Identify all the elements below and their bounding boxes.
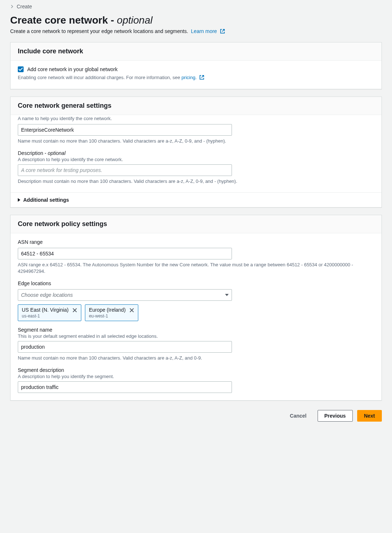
- footer-actions: Cancel Previous Next: [10, 410, 382, 422]
- description-label: Description - optional: [18, 150, 374, 156]
- segment-name-constraint: Name must contain no more than 100 chara…: [18, 355, 374, 361]
- edge-location-tokens: US East (N. Virginia) us-east-1 Europe (…: [18, 304, 374, 321]
- description-help: A description to help you identify the c…: [18, 157, 374, 162]
- page-title-main: Create core network -: [10, 15, 117, 26]
- page-title: Create core network - optional: [10, 15, 382, 26]
- external-link-icon: [199, 75, 204, 82]
- next-button[interactable]: Next: [357, 410, 382, 422]
- include-core-network-panel: Include core network Add core network in…: [10, 42, 382, 89]
- asn-range-input[interactable]: [18, 248, 232, 259]
- caret-down-icon: [225, 294, 229, 296]
- segment-name-label: Segment name: [18, 327, 374, 333]
- edge-locations-placeholder: Choose edge locations: [21, 292, 73, 298]
- segment-name-help: This is your default segment enabled in …: [18, 333, 374, 339]
- page-subtitle: Create a core network to represent your …: [10, 28, 382, 35]
- description-input[interactable]: [18, 164, 232, 176]
- add-core-network-label: Add core network in your global network: [27, 66, 118, 72]
- edge-token-sub: eu-west-1: [89, 313, 126, 319]
- add-core-network-checkbox[interactable]: Add core network in your global network: [18, 66, 374, 72]
- caret-right-icon: [18, 198, 20, 202]
- edge-locations-select[interactable]: Choose edge locations: [18, 289, 232, 301]
- segment-desc-help: A description to help you identify the s…: [18, 374, 374, 379]
- segment-name-input[interactable]: [18, 341, 232, 353]
- chevron-right-icon: [10, 4, 14, 9]
- general-heading: Core network general settings: [18, 102, 374, 110]
- breadcrumb-current[interactable]: Create: [17, 4, 32, 9]
- pricing-link[interactable]: pricing.: [181, 75, 197, 80]
- policy-heading: Core network policy settings: [18, 220, 374, 228]
- panel-header-include: Include core network: [11, 42, 381, 61]
- general-settings-panel: Core network general settings A name to …: [10, 97, 382, 207]
- breadcrumb: Create: [10, 0, 382, 12]
- checkbox-checked-icon: [18, 66, 24, 72]
- edge-locations-label: Edge locations: [18, 280, 374, 286]
- remove-token-button[interactable]: [72, 308, 77, 313]
- policy-settings-panel: Core network policy settings ASN range A…: [10, 215, 382, 401]
- description-label-text: Description -: [18, 150, 48, 156]
- include-hint: Enabling core network will incur additio…: [18, 74, 374, 82]
- page-title-optional: optional: [117, 15, 152, 26]
- description-label-optional: optional: [48, 150, 65, 156]
- panel-header-policy: Core network policy settings: [11, 215, 381, 233]
- include-heading: Include core network: [18, 48, 374, 55]
- learn-more-link[interactable]: Learn more: [191, 28, 225, 34]
- remove-token-button[interactable]: [129, 308, 134, 313]
- asn-constraint: ASN range e.x 64512 - 65534. The Autonom…: [18, 262, 374, 275]
- core-network-name-input[interactable]: [18, 124, 232, 136]
- edge-token-sub: us-east-1: [22, 313, 69, 319]
- edge-token-us-east-1: US East (N. Virginia) us-east-1: [18, 304, 81, 321]
- learn-more-label: Learn more: [191, 28, 217, 34]
- additional-settings-toggle[interactable]: Additional settings: [11, 192, 381, 207]
- segment-desc-input[interactable]: [18, 381, 232, 393]
- include-hint-text: Enabling core network will incur additio…: [18, 75, 181, 80]
- name-help-truncated: A name to help you identify the core net…: [18, 116, 374, 121]
- cancel-button[interactable]: Cancel: [283, 410, 313, 422]
- description-constraint: Description must contain no more than 10…: [18, 178, 374, 185]
- edge-token-label: Europe (Ireland): [89, 307, 126, 313]
- page-subtitle-text: Create a core network to represent your …: [10, 28, 188, 34]
- segment-desc-label: Segment description: [18, 367, 374, 373]
- previous-button[interactable]: Previous: [318, 410, 353, 422]
- asn-range-label: ASN range: [18, 239, 374, 245]
- external-link-icon: [220, 29, 225, 35]
- additional-settings-label: Additional settings: [23, 197, 69, 203]
- edge-token-label: US East (N. Virginia): [22, 307, 69, 313]
- pricing-link-label: pricing.: [181, 75, 197, 80]
- edge-token-eu-west-1: Europe (Ireland) eu-west-1: [85, 304, 138, 321]
- panel-header-general: Core network general settings: [11, 97, 381, 115]
- name-constraint: Name must contain no more than 100 chara…: [18, 138, 374, 144]
